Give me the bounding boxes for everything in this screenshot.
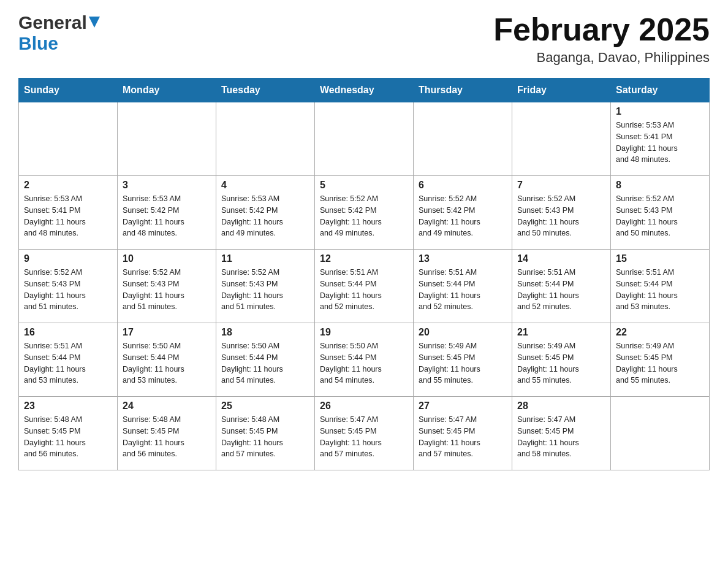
- calendar-cell: 19Sunrise: 5:50 AMSunset: 5:44 PMDayligh…: [315, 323, 414, 397]
- page-header: General Blue February 2025 Baganga, Dava…: [18, 12, 710, 66]
- calendar-cell: 14Sunrise: 5:51 AMSunset: 5:44 PMDayligh…: [512, 250, 611, 323]
- calendar-cell: 24Sunrise: 5:48 AMSunset: 5:45 PMDayligh…: [118, 397, 216, 470]
- day-info: Sunrise: 5:52 AMSunset: 5:43 PMDaylight:…: [24, 267, 112, 313]
- calendar-cell: 17Sunrise: 5:50 AMSunset: 5:44 PMDayligh…: [118, 323, 216, 397]
- calendar-cell: [611, 397, 710, 470]
- day-of-week-tuesday: Tuesday: [216, 79, 315, 102]
- calendar-cell: 4Sunrise: 5:53 AMSunset: 5:42 PMDaylight…: [216, 176, 315, 250]
- day-info: Sunrise: 5:52 AMSunset: 5:42 PMDaylight:…: [419, 193, 507, 239]
- calendar-table: SundayMondayTuesdayWednesdayThursdayFrid…: [18, 78, 710, 470]
- day-of-week-saturday: Saturday: [611, 79, 710, 102]
- day-info: Sunrise: 5:52 AMSunset: 5:43 PMDaylight:…: [123, 267, 211, 313]
- logo-blue: Blue: [18, 33, 58, 53]
- calendar-cell: [512, 102, 611, 176]
- calendar-cell: 16Sunrise: 5:51 AMSunset: 5:44 PMDayligh…: [19, 323, 118, 397]
- day-number: 26: [320, 400, 408, 412]
- logo-arrow-icon: [89, 17, 100, 31]
- calendar-cell: 3Sunrise: 5:53 AMSunset: 5:42 PMDaylight…: [118, 176, 216, 250]
- calendar-cell: 9Sunrise: 5:52 AMSunset: 5:43 PMDaylight…: [19, 250, 118, 323]
- calendar-cell: 11Sunrise: 5:52 AMSunset: 5:43 PMDayligh…: [216, 250, 315, 323]
- day-info: Sunrise: 5:52 AMSunset: 5:42 PMDaylight:…: [320, 193, 408, 239]
- day-number: 13: [419, 253, 507, 264]
- calendar-week-row: 9Sunrise: 5:52 AMSunset: 5:43 PMDaylight…: [19, 250, 710, 323]
- calendar-cell: 27Sunrise: 5:47 AMSunset: 5:45 PMDayligh…: [414, 397, 512, 470]
- calendar-cell: 26Sunrise: 5:47 AMSunset: 5:45 PMDayligh…: [315, 397, 414, 470]
- day-info: Sunrise: 5:49 AMSunset: 5:45 PMDaylight:…: [616, 340, 704, 386]
- day-info: Sunrise: 5:47 AMSunset: 5:45 PMDaylight:…: [517, 414, 605, 460]
- day-info: Sunrise: 5:51 AMSunset: 5:44 PMDaylight:…: [320, 267, 408, 313]
- day-info: Sunrise: 5:53 AMSunset: 5:41 PMDaylight:…: [616, 120, 704, 166]
- day-info: Sunrise: 5:48 AMSunset: 5:45 PMDaylight:…: [221, 414, 309, 460]
- calendar-cell: 10Sunrise: 5:52 AMSunset: 5:43 PMDayligh…: [118, 250, 216, 323]
- day-info: Sunrise: 5:50 AMSunset: 5:44 PMDaylight:…: [123, 340, 211, 386]
- day-number: 11: [221, 253, 309, 264]
- location: Baganga, Davao, Philippines: [493, 50, 710, 66]
- day-number: 18: [221, 327, 309, 338]
- calendar-cell: [19, 102, 118, 176]
- calendar-cell: 28Sunrise: 5:47 AMSunset: 5:45 PMDayligh…: [512, 397, 611, 470]
- day-info: Sunrise: 5:49 AMSunset: 5:45 PMDaylight:…: [517, 340, 605, 386]
- day-of-week-monday: Monday: [118, 79, 216, 102]
- day-of-week-wednesday: Wednesday: [315, 79, 414, 102]
- day-info: Sunrise: 5:53 AMSunset: 5:41 PMDaylight:…: [24, 193, 112, 239]
- calendar-cell: 20Sunrise: 5:49 AMSunset: 5:45 PMDayligh…: [414, 323, 512, 397]
- day-of-week-thursday: Thursday: [414, 79, 512, 102]
- calendar-cell: 23Sunrise: 5:48 AMSunset: 5:45 PMDayligh…: [19, 397, 118, 470]
- day-number: 10: [123, 253, 211, 264]
- calendar-cell: 13Sunrise: 5:51 AMSunset: 5:44 PMDayligh…: [414, 250, 512, 323]
- title-section: February 2025 Baganga, Davao, Philippine…: [493, 12, 710, 66]
- calendar-week-row: 1Sunrise: 5:53 AMSunset: 5:41 PMDaylight…: [19, 102, 710, 176]
- logo-general: General: [18, 12, 87, 33]
- day-info: Sunrise: 5:50 AMSunset: 5:44 PMDaylight:…: [221, 340, 309, 386]
- calendar-header-row: SundayMondayTuesdayWednesdayThursdayFrid…: [19, 79, 710, 102]
- day-number: 6: [419, 180, 507, 191]
- calendar-cell: 1Sunrise: 5:53 AMSunset: 5:41 PMDaylight…: [611, 102, 710, 176]
- day-number: 14: [517, 253, 605, 264]
- day-info: Sunrise: 5:47 AMSunset: 5:45 PMDaylight:…: [320, 414, 408, 460]
- day-number: 1: [616, 106, 704, 117]
- day-info: Sunrise: 5:51 AMSunset: 5:44 PMDaylight:…: [517, 267, 605, 313]
- day-of-week-friday: Friday: [512, 79, 611, 102]
- day-number: 21: [517, 327, 605, 338]
- day-info: Sunrise: 5:51 AMSunset: 5:44 PMDaylight:…: [616, 267, 704, 313]
- day-info: Sunrise: 5:48 AMSunset: 5:45 PMDaylight:…: [123, 414, 211, 460]
- svg-marker-0: [89, 17, 100, 28]
- month-title: February 2025: [493, 12, 710, 47]
- day-number: 16: [24, 327, 112, 338]
- day-info: Sunrise: 5:49 AMSunset: 5:45 PMDaylight:…: [419, 340, 507, 386]
- day-of-week-sunday: Sunday: [19, 79, 118, 102]
- day-info: Sunrise: 5:52 AMSunset: 5:43 PMDaylight:…: [221, 267, 309, 313]
- day-info: Sunrise: 5:51 AMSunset: 5:44 PMDaylight:…: [24, 340, 112, 386]
- calendar-cell: 6Sunrise: 5:52 AMSunset: 5:42 PMDaylight…: [414, 176, 512, 250]
- day-info: Sunrise: 5:53 AMSunset: 5:42 PMDaylight:…: [221, 193, 309, 239]
- day-number: 7: [517, 180, 605, 191]
- calendar-cell: 8Sunrise: 5:52 AMSunset: 5:43 PMDaylight…: [611, 176, 710, 250]
- day-info: Sunrise: 5:50 AMSunset: 5:44 PMDaylight:…: [320, 340, 408, 386]
- calendar-cell: [118, 102, 216, 176]
- day-info: Sunrise: 5:47 AMSunset: 5:45 PMDaylight:…: [419, 414, 507, 460]
- day-number: 8: [616, 180, 704, 191]
- day-number: 25: [221, 400, 309, 412]
- day-number: 27: [419, 400, 507, 412]
- calendar-cell: [414, 102, 512, 176]
- day-number: 15: [616, 253, 704, 264]
- calendar-cell: 25Sunrise: 5:48 AMSunset: 5:45 PMDayligh…: [216, 397, 315, 470]
- calendar-cell: 18Sunrise: 5:50 AMSunset: 5:44 PMDayligh…: [216, 323, 315, 397]
- day-info: Sunrise: 5:52 AMSunset: 5:43 PMDaylight:…: [616, 193, 704, 239]
- day-number: 22: [616, 327, 704, 338]
- day-number: 24: [123, 400, 211, 412]
- day-number: 17: [123, 327, 211, 338]
- calendar-week-row: 23Sunrise: 5:48 AMSunset: 5:45 PMDayligh…: [19, 397, 710, 470]
- calendar-cell: 15Sunrise: 5:51 AMSunset: 5:44 PMDayligh…: [611, 250, 710, 323]
- day-info: Sunrise: 5:48 AMSunset: 5:45 PMDaylight:…: [24, 414, 112, 460]
- logo: General Blue: [18, 12, 100, 54]
- day-number: 20: [419, 327, 507, 338]
- day-number: 5: [320, 180, 408, 191]
- day-number: 2: [24, 180, 112, 191]
- day-number: 4: [221, 180, 309, 191]
- calendar-cell: 2Sunrise: 5:53 AMSunset: 5:41 PMDaylight…: [19, 176, 118, 250]
- calendar-cell: 22Sunrise: 5:49 AMSunset: 5:45 PMDayligh…: [611, 323, 710, 397]
- day-info: Sunrise: 5:52 AMSunset: 5:43 PMDaylight:…: [517, 193, 605, 239]
- day-number: 28: [517, 400, 605, 412]
- calendar-cell: [216, 102, 315, 176]
